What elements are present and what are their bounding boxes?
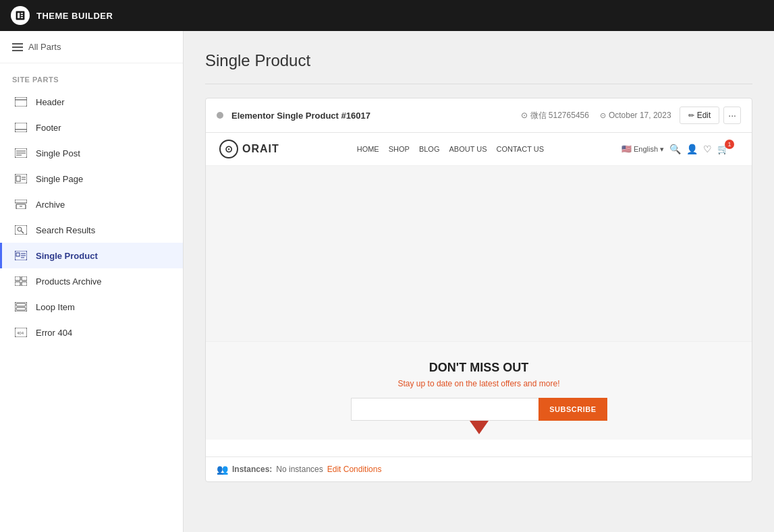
svg-rect-31 — [22, 282, 27, 286]
cart-wrap[interactable]: 🛒 1 — [717, 144, 738, 154]
sidebar-item-single-post-label: Single Post — [36, 148, 80, 158]
mini-logo-text: ORAIT — [242, 143, 279, 155]
sidebar-item-error-404[interactable]: 404 Error 404 — [0, 320, 183, 345]
edit-button[interactable]: ✏ Edit — [680, 107, 720, 124]
user-icon[interactable]: 👤 — [686, 144, 698, 154]
heart-icon[interactable]: ♡ — [703, 144, 712, 154]
products-archive-icon — [14, 274, 28, 288]
page-divider — [205, 84, 752, 84]
sidebar-item-loop-item-label: Loop Item — [36, 302, 75, 312]
arrow-indicator — [470, 421, 489, 434]
subscribe-sub-start: Stay up to date on the — [398, 379, 477, 388]
sidebar-item-single-page-label: Single Page — [36, 174, 83, 184]
nav-link-blog[interactable]: BLOG — [419, 145, 440, 153]
nav-link-about[interactable]: ABOUT US — [449, 145, 487, 153]
svg-line-22 — [22, 231, 24, 234]
mini-logo: ⊙ ORAIT — [219, 140, 279, 158]
chevron-down-icon: ▾ — [660, 145, 664, 154]
sidebar-item-header[interactable]: Header — [0, 89, 183, 115]
sidebar-item-single-page[interactable]: Single Page — [0, 166, 183, 191]
elementor-logo — [11, 6, 30, 25]
svg-rect-0 — [16, 11, 25, 20]
sidebar-item-search-results-label: Search Results — [36, 225, 95, 235]
sidebar-item-search-results[interactable]: Search Results — [0, 217, 183, 243]
subscribe-title: DON'T MISS OUT — [219, 361, 738, 375]
top-bar: THEME BUILDER — [0, 0, 774, 31]
template-name: Elementor Single Product #16017 — [231, 111, 513, 121]
svg-rect-24 — [16, 253, 20, 256]
loop-item-icon — [14, 300, 28, 314]
instances-value: No instances — [276, 465, 323, 474]
wechat-icon: ⊙ — [521, 111, 528, 120]
sidebar-item-single-product-label: Single Product — [36, 251, 98, 261]
all-parts-label: All Parts — [28, 42, 61, 52]
archive-icon — [14, 198, 28, 211]
single-post-icon — [14, 146, 28, 160]
preview-scroll: ⊙ ORAIT HOME SHOP BLOG ABOUT US CONTACT … — [206, 133, 752, 456]
subscribe-email-input[interactable] — [351, 398, 539, 421]
mini-nav-links: HOME SHOP BLOG ABOUT US CONTACT US — [357, 145, 544, 153]
svg-rect-20 — [15, 225, 27, 235]
svg-rect-14 — [16, 176, 20, 181]
instances-label: Instances: — [232, 465, 272, 474]
svg-rect-17 — [15, 200, 27, 203]
subscribe-button[interactable]: SUBSCRIBE — [538, 398, 607, 421]
lang-selector[interactable]: 🇺🇸 English ▾ — [621, 144, 664, 154]
hamburger-icon — [12, 43, 23, 51]
svg-rect-2 — [21, 13, 23, 14]
subscribe-sub-highlight: latest offers — [479, 379, 521, 388]
svg-rect-5 — [15, 97, 27, 107]
mini-nav: ⊙ ORAIT HOME SHOP BLOG ABOUT US CONTACT … — [206, 133, 752, 166]
svg-text:404: 404 — [17, 331, 24, 335]
card-header-actions: ✏ Edit ··· — [680, 107, 741, 124]
sidebar-item-single-product[interactable]: Single Product — [0, 243, 183, 268]
svg-rect-28 — [15, 276, 20, 280]
sidebar-item-loop-item[interactable]: Loop Item — [0, 294, 183, 320]
lang-label: English — [634, 145, 658, 153]
status-dot — [217, 112, 223, 119]
error-404-icon: 404 — [14, 326, 28, 339]
wechat-value: 微信 512765456 — [530, 110, 589, 121]
template-card: Elementor Single Product #16017 ⊙ 微信 512… — [205, 98, 752, 482]
mini-nav-icons: 🇺🇸 English ▾ 🔍 👤 ♡ 🛒 1 — [621, 144, 738, 154]
more-options-button[interactable]: ··· — [723, 107, 741, 124]
card-header-meta: ⊙ 微信 512765456 ⊙ October 17, 2023 — [521, 110, 671, 121]
nav-link-home[interactable]: HOME — [357, 145, 379, 153]
mini-logo-icon: ⊙ — [219, 140, 238, 158]
card-header: Elementor Single Product #16017 ⊙ 微信 512… — [206, 98, 752, 133]
footer-icon — [14, 121, 28, 134]
flag-icon: 🇺🇸 — [621, 144, 632, 154]
single-page-icon — [14, 172, 28, 185]
nav-link-contact[interactable]: CONTACT US — [497, 145, 545, 153]
svg-point-21 — [18, 227, 22, 231]
edit-conditions-link[interactable]: Edit Conditions — [327, 465, 382, 474]
search-icon[interactable]: 🔍 — [669, 144, 681, 154]
cart-badge: 1 — [725, 140, 734, 149]
sidebar-item-header-label: Header — [36, 97, 65, 107]
single-product-icon — [14, 249, 28, 262]
card-footer: 👥 Instances: No instances Edit Condition… — [206, 456, 752, 481]
sidebar-item-error-404-label: Error 404 — [36, 328, 72, 338]
header-icon — [14, 95, 28, 109]
svg-rect-1 — [18, 13, 20, 18]
sidebar-item-products-archive[interactable]: Products Archive — [0, 268, 183, 294]
page-title: Single Product — [205, 51, 752, 70]
svg-rect-29 — [22, 276, 27, 280]
sidebar-item-products-archive-label: Products Archive — [36, 276, 102, 287]
subscribe-subtitle: Stay up to date on the latest offers and… — [219, 379, 738, 388]
sidebar-item-single-post[interactable]: Single Post — [0, 140, 183, 166]
svg-rect-7 — [15, 123, 27, 132]
preview-area: ⊙ ORAIT HOME SHOP BLOG ABOUT US CONTACT … — [206, 133, 752, 456]
nav-link-shop[interactable]: SHOP — [389, 145, 410, 153]
sidebar-item-archive[interactable]: Archive — [0, 191, 183, 217]
sidebar-item-footer-label: Footer — [36, 123, 61, 133]
pencil-icon: ✏ — [688, 111, 694, 120]
svg-rect-4 — [21, 17, 23, 18]
search-results-icon — [14, 223, 28, 237]
sidebar-item-footer[interactable]: Footer — [0, 115, 183, 140]
all-parts-button[interactable]: All Parts — [0, 31, 183, 63]
main-layout: All Parts SITE PARTS Header Footer Singl… — [0, 31, 774, 532]
clock-icon: ⊙ — [600, 111, 606, 120]
preview-content-empty — [206, 166, 752, 341]
subscribe-form: SUBSCRIBE — [351, 398, 607, 421]
